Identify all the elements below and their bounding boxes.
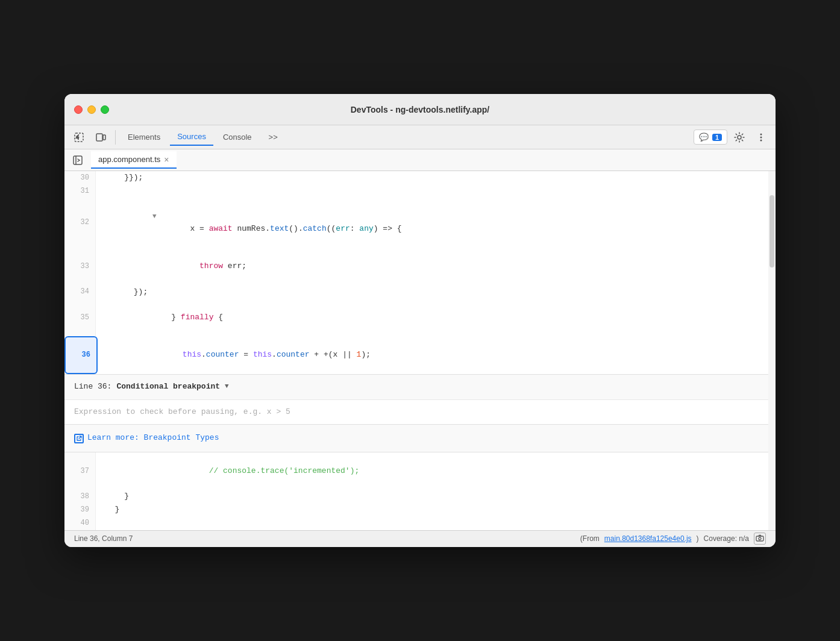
line-number-33: 33 <box>64 248 96 286</box>
code-line-38: 38 } <box>64 490 776 504</box>
tab-elements[interactable]: Elements <box>121 129 168 145</box>
main-content: 30 }}); 31 32 ▼ x = await numRes.text().… <box>64 171 776 530</box>
file-tab-app-component[interactable]: app.component.ts × <box>91 151 177 169</box>
sidebar-toggle-button[interactable] <box>69 152 86 169</box>
minimize-button[interactable] <box>87 105 96 114</box>
code-content-40 <box>96 517 115 530</box>
svg-point-4 <box>760 133 762 135</box>
cursor-position: Line 36, Column 7 <box>74 534 133 543</box>
code-line-32: 32 ▼ x = await numRes.text().catch((err:… <box>64 198 776 248</box>
line-number-32: 32 <box>64 198 96 248</box>
external-link-icon <box>74 434 84 443</box>
line-number-40: 40 <box>64 517 96 530</box>
code-content-32: ▼ x = await numRes.text().catch((err: an… <box>96 198 407 248</box>
code-content-30: }}); <box>96 172 148 184</box>
window-title: DevTools - ng-devtools.netlify.app/ <box>351 105 490 114</box>
svg-point-10 <box>759 537 761 540</box>
breakpoint-panel: Line 36: Conditional breakpoint ▼ <box>64 374 776 452</box>
device-toolbar-button[interactable] <box>91 128 110 147</box>
line-number-30: 30 <box>64 171 96 184</box>
code-content-38: } <box>96 490 134 503</box>
maximize-button[interactable] <box>101 105 109 114</box>
code-content-36: this.counter = this.counter + +(x || 1); <box>98 336 375 374</box>
settings-button[interactable] <box>730 128 749 147</box>
more-options-button[interactable] <box>751 128 771 147</box>
code-line-39: 39 } <box>64 504 776 517</box>
code-line-35: 35 } finally { <box>64 299 776 336</box>
line-number-35: 35 <box>64 299 96 336</box>
devtools-window: DevTools - ng-devtools.netlify.app/ Elem… <box>64 94 776 546</box>
code-line-36: 36 this.counter = this.counter + +(x || … <box>64 336 776 374</box>
file-tab-name: app.component.ts <box>98 155 160 164</box>
messages-badge[interactable]: 💬 1 <box>694 130 727 145</box>
code-content-33: throw err; <box>96 248 251 286</box>
learn-more-link[interactable]: Learn more: Breakpoint Types <box>74 432 219 445</box>
breakpoint-type-label: Conditional breakpoint <box>116 381 220 393</box>
code-line-30: 30 }}); <box>64 171 776 184</box>
scrollbar-track[interactable] <box>768 171 776 530</box>
code-content-31 <box>96 185 115 198</box>
more-options-icon <box>756 132 766 143</box>
line-number-36[interactable]: 36 <box>64 336 98 374</box>
tab-console[interactable]: Console <box>216 129 259 145</box>
tab-more[interactable]: >> <box>262 129 285 145</box>
devtools-topbar: Elements Sources Console >> 💬 1 <box>64 125 776 149</box>
badge-count: 1 <box>712 134 722 141</box>
line-number-37: 37 <box>64 452 96 490</box>
code-content-34: }); <box>96 286 152 299</box>
svg-rect-1 <box>96 134 102 141</box>
cursor-icon-button[interactable] <box>69 128 89 147</box>
line-number-34: 34 <box>64 286 96 299</box>
paren-close: ) <box>697 534 699 543</box>
code-content-39: } <box>96 504 124 516</box>
line-number-38: 38 <box>64 490 96 504</box>
source-file-link[interactable]: main.80d1368fa125e4e0.js <box>604 534 692 543</box>
title-bar: DevTools - ng-devtools.netlify.app/ <box>64 94 776 125</box>
code-line-31: 31 <box>64 184 776 198</box>
svg-rect-7 <box>74 156 82 164</box>
svg-point-3 <box>738 136 741 139</box>
topbar-divider <box>115 130 116 145</box>
collapse-arrow-32[interactable]: ▼ <box>152 213 157 220</box>
svg-rect-2 <box>103 135 105 140</box>
svg-point-6 <box>760 139 762 141</box>
breakpoint-line-label: Line 36: <box>74 381 111 393</box>
code-line-34: 34 }); <box>64 286 776 299</box>
device-icon <box>95 132 106 143</box>
breakpoint-footer: Learn more: Breakpoint Types <box>64 425 776 452</box>
code-line-40: 40 <box>64 517 776 530</box>
file-tab-close[interactable]: × <box>164 155 169 164</box>
cursor-icon <box>74 132 84 143</box>
status-bar: Line 36, Column 7 (From main.80d1368fa12… <box>64 530 776 547</box>
coverage-label: Coverage: n/a <box>704 534 749 543</box>
line-number-31: 31 <box>64 184 96 198</box>
close-button[interactable] <box>74 105 83 114</box>
sidebar-toggle-icon <box>72 155 83 166</box>
code-line-33: 33 throw err; <box>64 248 776 286</box>
svg-rect-9 <box>756 536 763 541</box>
breakpoint-input-area <box>64 400 776 425</box>
code-content-35: } finally { <box>96 299 228 336</box>
svg-point-5 <box>760 136 762 138</box>
breakpoint-header: Line 36: Conditional breakpoint ▼ <box>64 375 776 400</box>
breakpoint-dropdown-arrow[interactable]: ▼ <box>225 381 229 392</box>
traffic-lights <box>74 105 109 114</box>
scrollbar-thumb[interactable] <box>769 195 774 267</box>
gear-icon <box>734 132 745 143</box>
code-editor[interactable]: 30 }}); 31 32 ▼ x = await numRes.text().… <box>64 171 776 530</box>
tab-sources[interactable]: Sources <box>170 128 213 146</box>
screenshot-button[interactable] <box>754 533 766 545</box>
breakpoint-expression-input[interactable] <box>74 407 766 416</box>
line-number-39: 39 <box>64 504 96 517</box>
message-icon: 💬 <box>699 133 709 142</box>
screenshot-icon <box>756 534 764 543</box>
file-tabbar: app.component.ts × <box>64 149 776 171</box>
code-line-37: 37 // console.trace('incremented'); <box>64 452 776 490</box>
from-label: (From <box>580 534 600 543</box>
code-content-37: // console.trace('incremented'); <box>96 452 364 490</box>
learn-more-label: Learn more: Breakpoint Types <box>87 432 219 445</box>
